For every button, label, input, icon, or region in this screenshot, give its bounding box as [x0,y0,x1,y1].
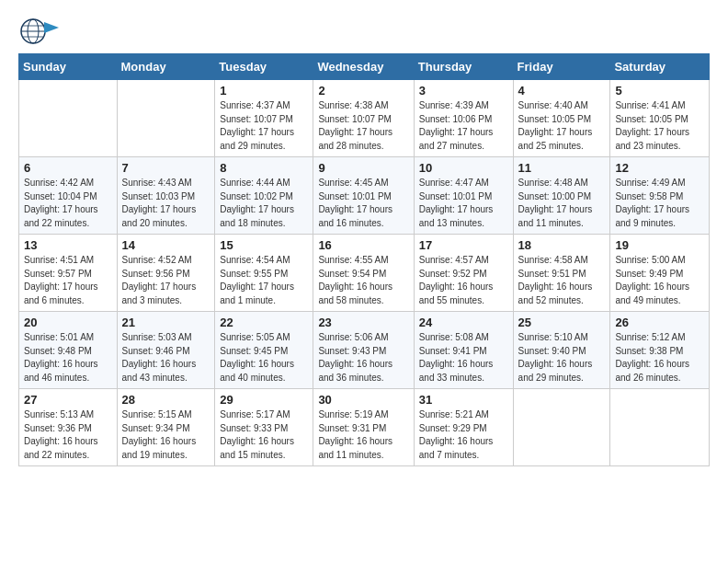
day-number: 5 [615,84,704,98]
day-number: 22 [220,316,308,329]
day-info: Sunrise: 5:13 AM Sunset: 9:36 PM Dayligh… [24,408,112,462]
day-number: 28 [122,393,210,407]
day-info: Sunrise: 4:45 AM Sunset: 10:01 PM Daylig… [318,177,408,230]
day-info: Sunrise: 4:51 AM Sunset: 9:57 PM Dayligh… [24,254,112,307]
calendar-cell: 30Sunrise: 5:19 AM Sunset: 9:31 PM Dayli… [313,389,414,466]
day-number: 8 [220,161,308,175]
week-row-1: 1Sunrise: 4:37 AM Sunset: 10:07 PM Dayli… [19,80,710,157]
day-number: 9 [318,161,408,175]
logo [18,15,64,48]
day-info: Sunrise: 5:19 AM Sunset: 9:31 PM Dayligh… [318,408,408,462]
calendar-cell: 24Sunrise: 5:08 AM Sunset: 9:41 PM Dayli… [414,312,513,389]
weekday-header-monday: Monday [117,54,215,80]
week-row-5: 27Sunrise: 5:13 AM Sunset: 9:36 PM Dayli… [19,389,710,466]
day-info: Sunrise: 4:54 AM Sunset: 9:55 PM Dayligh… [220,254,308,307]
calendar-cell: 28Sunrise: 5:15 AM Sunset: 9:34 PM Dayli… [117,389,215,466]
calendar-cell: 8Sunrise: 4:44 AM Sunset: 10:02 PM Dayli… [215,157,313,235]
calendar-cell: 23Sunrise: 5:06 AM Sunset: 9:43 PM Dayli… [313,312,414,389]
day-number: 4 [518,84,606,98]
day-number: 31 [419,393,508,407]
day-info: Sunrise: 5:03 AM Sunset: 9:46 PM Dayligh… [122,331,210,385]
calendar-cell: 31Sunrise: 5:21 AM Sunset: 9:29 PM Dayli… [414,389,513,466]
day-number: 12 [615,161,704,175]
day-info: Sunrise: 4:40 AM Sunset: 10:05 PM Daylig… [518,99,606,153]
header [18,15,710,48]
calendar-cell: 12Sunrise: 4:49 AM Sunset: 9:58 PM Dayli… [610,157,710,235]
day-info: Sunrise: 4:57 AM Sunset: 9:52 PM Dayligh… [419,254,508,307]
calendar-cell: 14Sunrise: 4:52 AM Sunset: 9:56 PM Dayli… [117,235,215,312]
day-info: Sunrise: 5:05 AM Sunset: 9:45 PM Dayligh… [220,331,308,385]
day-number: 7 [122,161,210,175]
calendar-table: SundayMondayTuesdayWednesdayThursdayFrid… [18,53,710,466]
day-number: 26 [615,316,704,329]
day-info: Sunrise: 5:12 AM Sunset: 9:38 PM Dayligh… [615,331,704,385]
day-info: Sunrise: 5:00 AM Sunset: 9:49 PM Dayligh… [615,254,704,307]
day-info: Sunrise: 5:01 AM Sunset: 9:48 PM Dayligh… [24,331,112,385]
day-number: 3 [419,84,508,98]
calendar-cell: 29Sunrise: 5:17 AM Sunset: 9:33 PM Dayli… [215,389,313,466]
weekday-header-wednesday: Wednesday [313,54,414,80]
day-info: Sunrise: 4:37 AM Sunset: 10:07 PM Daylig… [220,99,308,153]
day-number: 25 [518,316,606,329]
day-number: 20 [24,316,112,329]
calendar-cell: 13Sunrise: 4:51 AM Sunset: 9:57 PM Dayli… [19,235,118,312]
calendar-cell: 9Sunrise: 4:45 AM Sunset: 10:01 PM Dayli… [313,157,414,235]
day-number: 21 [122,316,210,329]
weekday-header-sunday: Sunday [19,54,118,80]
day-info: Sunrise: 5:21 AM Sunset: 9:29 PM Dayligh… [419,408,508,462]
calendar-cell: 7Sunrise: 4:43 AM Sunset: 10:03 PM Dayli… [117,157,215,235]
day-info: Sunrise: 4:38 AM Sunset: 10:07 PM Daylig… [318,99,408,153]
day-info: Sunrise: 5:15 AM Sunset: 9:34 PM Dayligh… [122,408,210,462]
calendar-cell: 4Sunrise: 4:40 AM Sunset: 10:05 PM Dayli… [513,80,610,157]
week-row-3: 13Sunrise: 4:51 AM Sunset: 9:57 PM Dayli… [19,235,710,312]
day-info: Sunrise: 4:42 AM Sunset: 10:04 PM Daylig… [24,177,112,230]
logo-icon [18,15,59,48]
calendar-cell [610,389,710,466]
weekday-header-tuesday: Tuesday [215,54,313,80]
day-info: Sunrise: 4:55 AM Sunset: 9:54 PM Dayligh… [318,254,408,307]
calendar-cell: 27Sunrise: 5:13 AM Sunset: 9:36 PM Dayli… [19,389,118,466]
day-number: 30 [318,393,408,407]
weekday-header-saturday: Saturday [610,54,710,80]
day-number: 10 [419,161,508,175]
calendar-cell: 1Sunrise: 4:37 AM Sunset: 10:07 PM Dayli… [215,80,313,157]
day-number: 29 [220,393,308,407]
day-number: 19 [615,238,704,252]
calendar-cell: 6Sunrise: 4:42 AM Sunset: 10:04 PM Dayli… [19,157,118,235]
day-number: 16 [318,238,408,252]
day-number: 17 [419,238,508,252]
day-number: 24 [419,316,508,329]
calendar-cell: 19Sunrise: 5:00 AM Sunset: 9:49 PM Dayli… [610,235,710,312]
day-number: 1 [220,84,308,98]
calendar-cell: 20Sunrise: 5:01 AM Sunset: 9:48 PM Dayli… [19,312,118,389]
calendar-cell: 16Sunrise: 4:55 AM Sunset: 9:54 PM Dayli… [313,235,414,312]
day-info: Sunrise: 4:44 AM Sunset: 10:02 PM Daylig… [220,177,308,230]
day-info: Sunrise: 4:48 AM Sunset: 10:00 PM Daylig… [518,177,606,230]
svg-marker-5 [44,22,59,33]
calendar-cell: 21Sunrise: 5:03 AM Sunset: 9:46 PM Dayli… [117,312,215,389]
day-number: 15 [220,238,308,252]
day-info: Sunrise: 5:17 AM Sunset: 9:33 PM Dayligh… [220,408,308,462]
day-number: 27 [24,393,112,407]
weekday-header-row: SundayMondayTuesdayWednesdayThursdayFrid… [19,54,710,80]
day-info: Sunrise: 4:58 AM Sunset: 9:51 PM Dayligh… [518,254,606,307]
day-info: Sunrise: 4:49 AM Sunset: 9:58 PM Dayligh… [615,177,704,230]
day-number: 18 [518,238,606,252]
day-number: 6 [24,161,112,175]
day-info: Sunrise: 4:41 AM Sunset: 10:05 PM Daylig… [615,99,704,153]
calendar-cell: 11Sunrise: 4:48 AM Sunset: 10:00 PM Dayl… [513,157,610,235]
day-info: Sunrise: 4:39 AM Sunset: 10:06 PM Daylig… [419,99,508,153]
week-row-4: 20Sunrise: 5:01 AM Sunset: 9:48 PM Dayli… [19,312,710,389]
calendar-cell [19,80,118,157]
weekday-header-friday: Friday [513,54,610,80]
day-number: 2 [318,84,408,98]
calendar-cell: 10Sunrise: 4:47 AM Sunset: 10:01 PM Dayl… [414,157,513,235]
day-number: 13 [24,238,112,252]
day-info: Sunrise: 5:10 AM Sunset: 9:40 PM Dayligh… [518,331,606,385]
calendar-cell: 2Sunrise: 4:38 AM Sunset: 10:07 PM Dayli… [313,80,414,157]
day-number: 23 [318,316,408,329]
calendar-cell: 18Sunrise: 4:58 AM Sunset: 9:51 PM Dayli… [513,235,610,312]
calendar-cell: 15Sunrise: 4:54 AM Sunset: 9:55 PM Dayli… [215,235,313,312]
calendar-cell: 17Sunrise: 4:57 AM Sunset: 9:52 PM Dayli… [414,235,513,312]
weekday-header-thursday: Thursday [414,54,513,80]
